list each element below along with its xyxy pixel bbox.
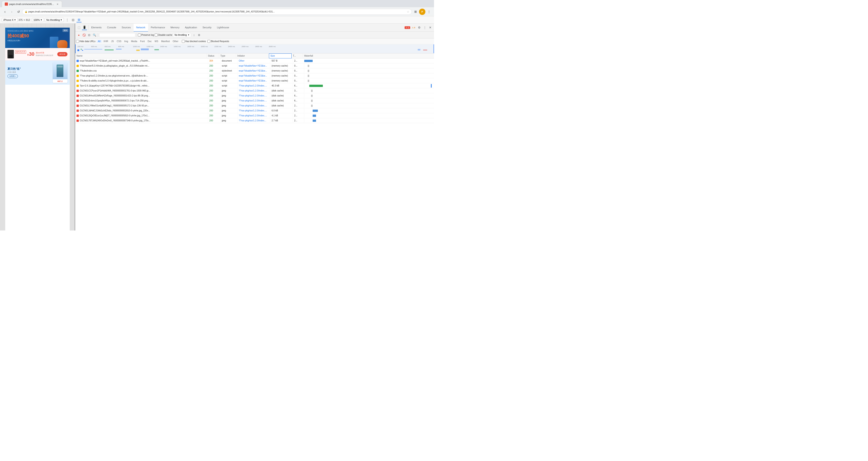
td-size: 4.1 kB — [270, 113, 293, 118]
td-waterfall — [304, 93, 434, 98]
td-size: (memory cache) — [270, 78, 293, 83]
th-waterfall[interactable]: Waterfall — [303, 54, 434, 58]
search-input[interactable] — [99, 33, 135, 37]
device-selector[interactable]: iPhone X ▼ — [2, 18, 18, 22]
tab-console[interactable]: Console — [104, 24, 119, 31]
record-button[interactable]: ● — [76, 33, 81, 37]
table-row[interactable]: ??tube/index.css 200 stylesheet wupr?dis… — [75, 68, 434, 73]
import-export-icon[interactable]: ↕ — [192, 33, 196, 37]
table-row[interactable]: O1CN01LYMiwO1o4p8GKVag1_!!6000000005172-… — [75, 103, 434, 108]
tab-sources[interactable]: Sources — [119, 24, 133, 31]
table-row[interactable]: wupr?disableNav=YES&wh_pid=main-245295&a… — [75, 58, 434, 63]
table-row[interactable]: ?jsv=2.6.1&appKey=12574478&t=16230578338… — [75, 83, 434, 88]
th-name[interactable]: Name — [75, 54, 207, 58]
more-options-icon[interactable]: ⋮ — [65, 18, 70, 23]
td-status: 200 — [208, 88, 220, 93]
throttle-value: No throttling — [46, 19, 60, 21]
waterfall-bar — [304, 60, 313, 62]
forward-button[interactable]: › — [9, 9, 15, 15]
more-devtools-icon[interactable]: ⋮ — [422, 25, 427, 30]
filter-ws[interactable]: WS — [153, 40, 160, 43]
tab-application[interactable]: Application — [182, 24, 200, 31]
menu-icon[interactable]: ⋮ — [426, 9, 432, 15]
td-status: 200 — [208, 93, 220, 98]
address-bar[interactable]: 🔒 pages.tmall.com/wow/a/act/tmall/tmc/31… — [22, 9, 412, 15]
mobile-screen: 规则 7月8-9日 10月11-12日 风尚日 智享日 抢400减90 #潮流运… — [0, 28, 75, 230]
filter-manifest[interactable]: Manifest — [160, 40, 171, 43]
tab-network[interactable]: Network — [133, 24, 148, 31]
filter-other[interactable]: Other — [172, 40, 180, 43]
dimension-sep: × — [24, 19, 25, 21]
zoom-value: 100% — [33, 19, 40, 21]
reload-button[interactable]: ↺ — [16, 9, 22, 15]
responsive-frames-icon[interactable]: ⊞ — [76, 18, 82, 23]
coupon-button[interactable]: 1积分抢 — [57, 52, 67, 56]
table-row[interactable]: O1CN012tQrOB1sn1oxJMj37_!!6000000005810-… — [75, 113, 434, 118]
coupon-label: 服饰风尚券 — [15, 50, 26, 54]
th-type[interactable]: Type — [219, 54, 236, 58]
filter-icon[interactable]: ⊟ — [87, 33, 91, 37]
table-row[interactable]: O1CN01CCPyun1P1k4sbfzWA_!!6000000001781-… — [75, 88, 434, 93]
preserve-log-checkbox[interactable]: Preserve log — [138, 33, 154, 36]
td-status: 200 — [208, 68, 220, 73]
extensions-icon[interactable]: ⊞ — [412, 9, 418, 15]
zoom-selector[interactable]: 100% ▼ — [32, 18, 44, 22]
table-row[interactable]: O1CN01Erdvro1Gpoq9cHPpx_!!6000000000672-… — [75, 98, 434, 103]
network-table: Name Status Type Initiator Size T... Wat… — [75, 54, 434, 230]
close-devtools-icon[interactable]: ✕ — [428, 25, 433, 30]
tab-memory[interactable]: Memory — [168, 24, 182, 31]
table-row[interactable]: O1CN01787JAN249OvDhrDm0_!!6000000007348-… — [75, 118, 434, 123]
search-icon[interactable]: 🔍 — [92, 33, 97, 37]
th-time[interactable]: T... — [291, 54, 303, 58]
table-row[interactable]: ??tubes-tb-ability-zcache/1.0.4/plugin/i… — [75, 78, 434, 83]
table-row[interactable]: O1CN01JdHdCJ1Wd1chE2kdo_!!6000000002810-… — [75, 108, 434, 113]
blocked-requests-checkbox[interactable]: Blocked Requests — [207, 40, 229, 43]
devtools-toggle-icon[interactable]: ⊟ — [71, 18, 75, 23]
th-initiator[interactable]: Initiator — [236, 54, 269, 58]
th-size[interactable]: Size — [269, 54, 291, 58]
waterfall-bar — [308, 70, 309, 72]
th-status[interactable]: Status — [207, 54, 219, 58]
tab-elements[interactable]: Elements — [89, 24, 104, 31]
profile-icon[interactable]: P — [419, 9, 425, 15]
filter-font[interactable]: Font — [139, 40, 146, 43]
filter-img[interactable]: Img — [123, 40, 129, 43]
settings-icon[interactable]: ⚙ — [417, 25, 422, 30]
table-row[interactable]: O1CN01AHvolS1MNmHZxRuge_!!6000000001423-… — [75, 93, 434, 98]
throttle-selector[interactable]: No throttling ▼ — [45, 18, 64, 22]
td-waterfall — [304, 73, 434, 78]
td-time: 0... — [293, 73, 304, 78]
waterfall-bar — [313, 115, 316, 117]
tab-close-icon[interactable]: ✕ — [56, 2, 59, 6]
table-row[interactable]: ??rax-pkg/rax/1.2.0/index.js,rax-pkg/uni… — [75, 73, 434, 78]
header-date-row: 7月8-9日 10月11-12日 风尚日 智享日 — [7, 30, 67, 32]
filter-xhr[interactable]: XHR — [102, 40, 110, 43]
toolbar-separator-1 — [98, 33, 98, 37]
clear-button[interactable]: 🚫 — [82, 33, 86, 37]
table-row[interactable]: ??tb/tracker/5.0.4/index.js,alilog/aplus… — [75, 63, 434, 68]
disable-cache-checkbox[interactable]: Disable cache — [155, 33, 172, 36]
back-button[interactable]: ‹ — [2, 9, 8, 15]
filter-doc[interactable]: Doc — [146, 40, 153, 43]
filter-all[interactable]: All — [97, 40, 102, 43]
has-blocked-cookies-checkbox[interactable]: Has blocked cookies — [182, 40, 206, 43]
filter-js[interactable]: JS — [110, 40, 115, 43]
td-size: (memory cache) — [270, 73, 293, 78]
settings-gear-icon[interactable]: ⚙ — [197, 33, 202, 37]
active-tab[interactable]: pages.tmall.com/wow/a/act/tmall/tmc/3195… — [2, 1, 62, 7]
tab-performance[interactable]: Performance — [148, 24, 168, 31]
chevron-down-icon: ▼ — [14, 19, 16, 21]
star-icon[interactable]: ☆ — [407, 10, 409, 13]
filter-css[interactable]: CSS — [116, 40, 123, 43]
exercise-go-button[interactable]: 去逛逛 > — [7, 74, 18, 78]
throttle-dropdown[interactable]: No throttling ▼ — [173, 33, 191, 37]
tab-lighthouse[interactable]: Lighthouse — [214, 24, 232, 31]
tab-security[interactable]: Security — [200, 24, 214, 31]
device-toggle-icon[interactable]: 📱 — [82, 25, 87, 30]
td-time: 2... — [293, 103, 304, 108]
td-size: (disk cache) — [270, 103, 293, 108]
td-type: jpeg — [220, 108, 238, 113]
inspect-element-icon[interactable]: ⬚ — [76, 25, 82, 30]
filter-media[interactable]: Media — [130, 40, 138, 43]
hide-data-urls-checkbox[interactable]: Hide data URLs — [76, 40, 96, 43]
